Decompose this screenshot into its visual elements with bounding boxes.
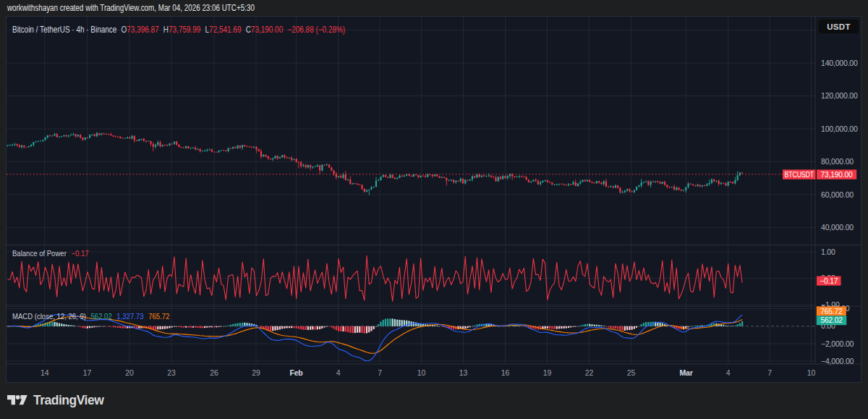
- macd-histogram-bar: [319, 326, 320, 329]
- macd-histogram-bar: [577, 326, 579, 327]
- macd-histogram-bar: [370, 326, 372, 331]
- candle-body: [657, 182, 658, 182]
- macd-histogram-bar: [258, 326, 260, 327]
- candle-body: [697, 185, 698, 186]
- macd-histogram-bar: [317, 326, 318, 329]
- macd-histogram-bar: [221, 326, 222, 327]
- macd-histogram-bar: [242, 323, 243, 326]
- candle-body: [631, 191, 633, 192]
- symbol-title[interactable]: Bitcoin / TetherUS · 4h · Binance: [12, 25, 116, 35]
- currency-button[interactable]: USDT: [818, 19, 859, 34]
- candle-body: [145, 141, 147, 142]
- candle-body: [80, 135, 81, 137]
- macd-title[interactable]: MACD: [12, 312, 33, 321]
- bop-title[interactable]: Balance of Power: [12, 249, 67, 258]
- symbol-price-badge-text: BTCUSDT: [785, 171, 814, 179]
- candle-body: [159, 143, 161, 146]
- macd-histogram-bar: [690, 326, 692, 327]
- macd-histogram-bar: [723, 325, 724, 326]
- candle-body: [417, 175, 419, 177]
- macd-histogram-bar: [72, 326, 74, 326]
- macd-histogram-bar: [216, 326, 217, 328]
- candle-body: [734, 180, 736, 183]
- chart-canvas[interactable]: 140,000.00120,000.00100,000.0080,000.006…: [7, 17, 862, 384]
- candle-body: [59, 137, 60, 137]
- change-value: −206.88 (−0.28%): [287, 25, 345, 35]
- candle-body: [169, 144, 170, 146]
- candle-body: [155, 145, 156, 147]
- macd-histogram-bar: [594, 325, 595, 326]
- macd-histogram-bar: [584, 324, 586, 326]
- macd-histogram-bar: [336, 326, 337, 330]
- candle-body: [68, 135, 69, 136]
- macd-value: 765.72: [148, 312, 169, 321]
- macd-histogram-bar: [94, 326, 95, 327]
- candle-body: [598, 181, 600, 182]
- ohlc-value: 73,396.87: [127, 25, 158, 35]
- macd-histogram-bar: [200, 326, 201, 328]
- macd-histogram-bar: [162, 326, 163, 329]
- macd-histogram-bar: [110, 326, 111, 327]
- ohlc-value: 73,759.99: [169, 25, 200, 35]
- candle-body: [723, 183, 724, 184]
- candle-body: [216, 152, 217, 153]
- candle-body: [715, 181, 717, 182]
- macd-histogram-bar: [328, 326, 330, 327]
- candle-body: [704, 185, 705, 186]
- chart-widget: 140,000.00120,000.00100,000.0080,000.006…: [6, 16, 861, 383]
- candle-body: [9, 145, 11, 145]
- candle-body: [140, 139, 142, 140]
- candle-body: [328, 164, 330, 167]
- macd-histogram-bar: [326, 326, 328, 327]
- candle-body: [687, 184, 689, 187]
- bop-status-row[interactable]: Balance of Power−0.17: [12, 249, 89, 258]
- candle-body: [354, 183, 356, 184]
- candle-body: [70, 135, 72, 136]
- macd-histogram-bar: [617, 326, 618, 329]
- candle-body: [479, 174, 480, 177]
- macd-histogram-bar: [174, 326, 175, 327]
- candle-body: [298, 162, 299, 163]
- macd-histogram-bar: [96, 326, 98, 327]
- candle-body: [741, 173, 743, 174]
- candle-body: [396, 178, 398, 179]
- candle-body: [291, 158, 292, 160]
- time-axis-month-label: Mar: [679, 368, 692, 377]
- candle-body: [150, 141, 151, 144]
- candle-body: [619, 188, 621, 193]
- candle-body: [366, 190, 367, 192]
- candle-body: [659, 182, 660, 184]
- candle-body: [129, 137, 130, 138]
- macd-histogram-bar: [51, 322, 53, 326]
- macd-histogram-bar: [286, 326, 288, 329]
- macd-histogram-bar: [368, 326, 370, 332]
- tradingview-logo[interactable]: TradingView: [7, 394, 103, 406]
- candle-body: [258, 149, 260, 151]
- candle-body: [124, 138, 126, 139]
- macd-histogram-bar: [587, 324, 588, 326]
- time-axis-label: 14: [41, 368, 49, 377]
- macd-histogram-bar: [730, 326, 731, 326]
- symbol-status-row[interactable]: Bitcoin / TetherUS · 4h · BinanceO73,396…: [12, 25, 345, 35]
- macd-histogram-bar: [187, 326, 189, 328]
- ohlc-key: O: [122, 25, 127, 35]
- macd-histogram-bar: [159, 326, 161, 329]
- ohlc-value: 72,541.69: [209, 25, 241, 35]
- candle-body: [157, 143, 158, 145]
- candle-body: [255, 147, 257, 149]
- candle-body: [495, 177, 496, 181]
- candle-body: [16, 144, 17, 145]
- macd-histogram-bar: [613, 326, 614, 329]
- candle-body: [582, 180, 583, 182]
- candle-body: [547, 180, 548, 182]
- candle-body: [516, 177, 518, 177]
- candle-body: [378, 180, 379, 181]
- candle-body: [685, 187, 686, 190]
- candle-body: [331, 167, 332, 170]
- macd-histogram-bar: [572, 326, 574, 327]
- candle-body: [75, 134, 77, 136]
- candle-body: [174, 142, 175, 144]
- candle-body: [127, 137, 128, 137]
- candle-body: [626, 189, 628, 190]
- macd-status-row[interactable]: MACD (close, 12, 26, 9)562.021,327.73765…: [12, 312, 169, 321]
